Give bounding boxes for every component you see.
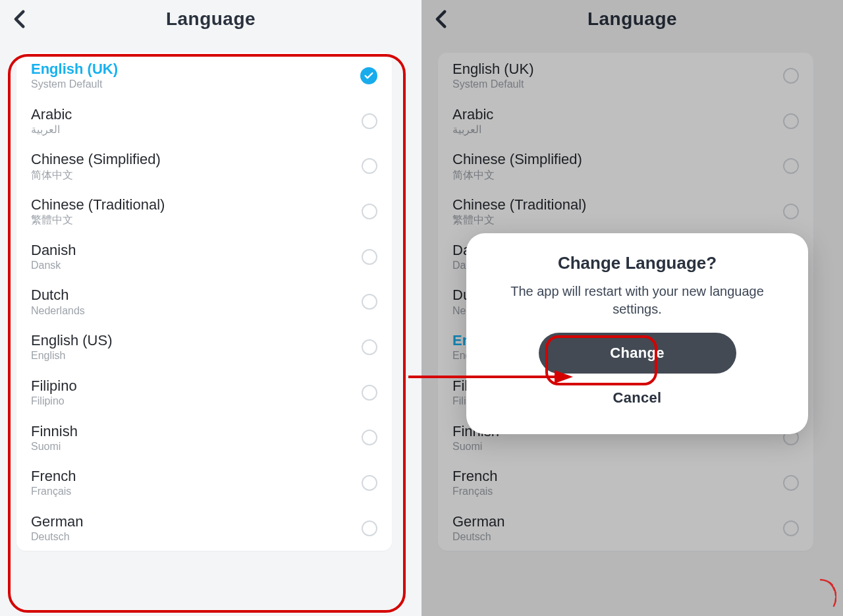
radio-empty-icon — [362, 385, 377, 401]
language-row[interactable]: GermanDeutsch — [16, 505, 392, 551]
language-row[interactable]: DanishDansk — [16, 234, 392, 279]
language-native: Deutsch — [31, 531, 83, 543]
language-native: System Default — [31, 78, 118, 90]
language-native: Dansk — [31, 260, 76, 271]
annotation-box-change — [545, 335, 657, 385]
language-name: Chinese (Traditional) — [31, 196, 165, 213]
language-row[interactable]: Chinese (Traditional)繁體中文 — [16, 188, 392, 234]
back-button[interactable] — [9, 8, 32, 30]
screen-language-list: Language English (UK)System DefaultArabi… — [0, 0, 422, 616]
chevron-left-icon — [9, 8, 32, 30]
language-name: German — [31, 513, 83, 530]
radio-empty-icon — [362, 294, 377, 310]
language-list: English (UK)System DefaultArabicالعربيةC… — [16, 53, 392, 551]
radio-empty-icon — [362, 249, 377, 265]
language-name: Chinese (Simplified) — [31, 151, 161, 167]
language-row[interactable]: English (UK)System Default — [16, 53, 392, 98]
language-name: English (UK) — [31, 61, 118, 77]
page-title: Language — [166, 9, 256, 30]
header: Language — [0, 0, 422, 38]
radio-empty-icon — [362, 339, 377, 355]
language-row[interactable]: Arabicالعربية — [16, 98, 392, 144]
language-row[interactable]: DutchNederlands — [16, 279, 392, 324]
language-name: Danish — [31, 242, 76, 258]
radio-empty-icon — [362, 113, 377, 129]
language-native: 简体中文 — [31, 169, 161, 181]
language-row[interactable]: English (US)English — [16, 324, 392, 370]
language-native: العربية — [31, 124, 72, 136]
confirm-dialog: Change Language? The app will restart wi… — [466, 233, 808, 434]
language-native: Suomi — [31, 441, 78, 453]
language-native: Nederlands — [31, 305, 85, 317]
language-row[interactable]: Chinese (Simplified)简体中文 — [16, 143, 392, 188]
dialog-message: The app will restart with your new langu… — [486, 283, 788, 318]
language-native: Filipino — [31, 395, 77, 407]
dialog-title: Change Language? — [486, 253, 788, 273]
language-name: English (US) — [31, 332, 112, 349]
language-name: Filipino — [31, 378, 77, 394]
language-name: Finnish — [31, 423, 78, 439]
radio-empty-icon — [362, 204, 377, 219]
language-row[interactable]: FilipinoFilipino — [16, 370, 392, 415]
language-row[interactable]: FinnishSuomi — [16, 415, 392, 461]
radio-empty-icon — [362, 475, 377, 491]
watermark-icon — [802, 577, 836, 611]
language-name: French — [31, 468, 76, 484]
language-native: Français — [31, 486, 76, 497]
radio-empty-icon — [362, 430, 377, 445]
radio-empty-icon — [362, 158, 377, 174]
screen-language-confirm: Language English (UK)System DefaultArabi… — [422, 0, 843, 616]
check-icon — [360, 67, 377, 84]
language-name: Dutch — [31, 287, 85, 303]
language-native: 繁體中文 — [31, 214, 165, 226]
language-name: Arabic — [31, 106, 72, 123]
language-native: English — [31, 350, 112, 362]
language-row[interactable]: FrenchFrançais — [16, 460, 392, 505]
radio-empty-icon — [362, 520, 377, 536]
